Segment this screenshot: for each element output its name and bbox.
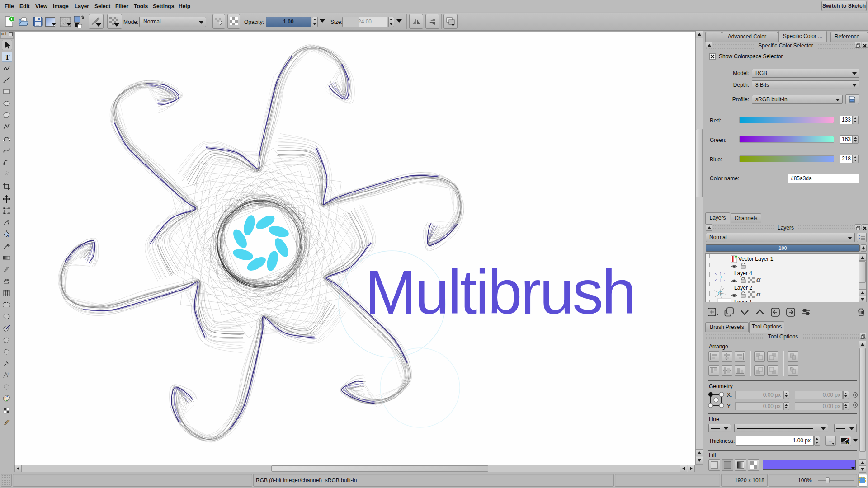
svg-text:T: T [5, 53, 10, 61]
